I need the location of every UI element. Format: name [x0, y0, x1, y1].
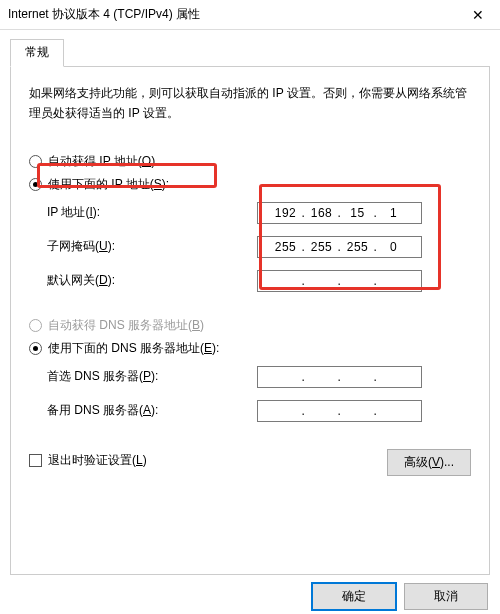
- field-ip-address: IP 地址(I): 192. 168. 15. 1: [29, 196, 471, 230]
- window-title: Internet 协议版本 4 (TCP/IPv4) 属性: [8, 6, 456, 23]
- field-label: 备用 DNS 服务器(A):: [47, 402, 257, 419]
- radio-auto-ip[interactable]: 自动获得 IP 地址(O): [29, 150, 471, 173]
- radio-manual-ip[interactable]: 使用下面的 IP 地址(S):: [29, 173, 471, 196]
- radio-icon: [29, 155, 42, 168]
- radio-icon: [29, 319, 42, 332]
- dns2-input[interactable]: . . .: [257, 400, 422, 422]
- dns-group: 自动获得 DNS 服务器地址(B) 使用下面的 DNS 服务器地址(E): 首选…: [29, 314, 471, 428]
- tab-general[interactable]: 常规: [10, 39, 64, 67]
- radio-label: 自动获得 IP 地址(O): [48, 153, 155, 170]
- titlebar: Internet 协议版本 4 (TCP/IPv4) 属性 ✕: [0, 0, 500, 30]
- window-body: 常规 如果网络支持此功能，则可以获取自动指派的 IP 设置。否则，你需要从网络系…: [0, 30, 500, 614]
- field-label: 首选 DNS 服务器(P):: [47, 368, 257, 385]
- ok-button[interactable]: 确定: [312, 583, 396, 610]
- checkbox-icon: [29, 454, 42, 467]
- tabstrip: 常规: [10, 38, 490, 67]
- radio-manual-dns[interactable]: 使用下面的 DNS 服务器地址(E):: [29, 337, 471, 360]
- radio-auto-dns: 自动获得 DNS 服务器地址(B): [29, 314, 471, 337]
- close-icon[interactable]: ✕: [456, 0, 500, 30]
- subnet-mask-input[interactable]: 255. 255. 255. 0: [257, 236, 422, 258]
- radio-icon: [29, 342, 42, 355]
- checkbox-label: 退出时验证设置(L): [48, 452, 147, 469]
- field-label: 默认网关(D):: [47, 272, 257, 289]
- radio-label: 自动获得 DNS 服务器地址(B): [48, 317, 204, 334]
- field-dns1: 首选 DNS 服务器(P): . . .: [29, 360, 471, 394]
- radio-label: 使用下面的 IP 地址(S):: [48, 176, 169, 193]
- cancel-button[interactable]: 取消: [404, 583, 488, 610]
- ip-group: 自动获得 IP 地址(O) 使用下面的 IP 地址(S): IP 地址(I): …: [29, 150, 471, 298]
- field-subnet-mask: 子网掩码(U): 255. 255. 255. 0: [29, 230, 471, 264]
- dialog-footer: 确定 取消: [10, 575, 490, 610]
- field-label: 子网掩码(U):: [47, 238, 257, 255]
- gateway-input[interactable]: . . .: [257, 270, 422, 292]
- radio-icon: [29, 178, 42, 191]
- description-text: 如果网络支持此功能，则可以获取自动指派的 IP 设置。否则，你需要从网络系统管理…: [29, 83, 471, 124]
- field-dns2: 备用 DNS 服务器(A): . . .: [29, 394, 471, 428]
- advanced-button[interactable]: 高级(V)...: [387, 449, 471, 476]
- field-gateway: 默认网关(D): . . .: [29, 264, 471, 298]
- dns1-input[interactable]: . . .: [257, 366, 422, 388]
- tab-content: 如果网络支持此功能，则可以获取自动指派的 IP 设置。否则，你需要从网络系统管理…: [10, 67, 490, 575]
- radio-label: 使用下面的 DNS 服务器地址(E):: [48, 340, 219, 357]
- ip-address-input[interactable]: 192. 168. 15. 1: [257, 202, 422, 224]
- field-label: IP 地址(I):: [47, 204, 257, 221]
